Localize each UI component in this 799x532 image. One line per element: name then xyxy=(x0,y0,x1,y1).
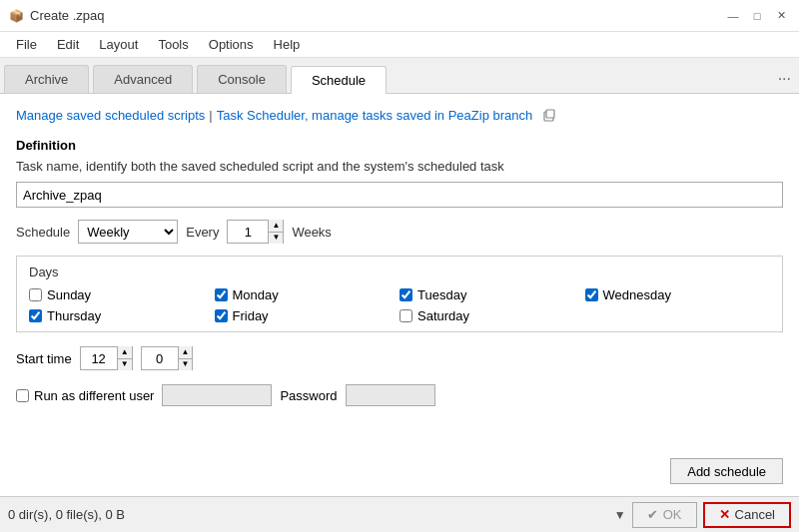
link-separator: | xyxy=(209,108,212,123)
day-thursday[interactable]: Thursday xyxy=(29,308,215,323)
days-title: Days xyxy=(29,265,770,279)
days-group: Days Sunday Monday Tuesday Wednesday Thu… xyxy=(16,256,783,332)
friday-checkbox[interactable] xyxy=(215,309,228,322)
wednesday-checkbox[interactable] xyxy=(585,288,598,301)
minute-increment-button[interactable]: ▲ xyxy=(179,346,193,358)
window-title: Create .zpaq xyxy=(30,8,104,23)
minimize-button[interactable]: — xyxy=(723,6,743,26)
menu-file[interactable]: File xyxy=(8,35,45,54)
maximize-button[interactable]: □ xyxy=(747,6,767,26)
task-scheduler-link[interactable]: Task Scheduler, manage tasks saved in Pe… xyxy=(217,108,533,123)
menu-options[interactable]: Options xyxy=(201,35,262,54)
password-label: Password xyxy=(280,388,337,403)
schedule-row: Schedule Weekly Daily Monthly Once Every… xyxy=(16,220,783,244)
hour-spinbox: ▲ ▼ xyxy=(80,346,133,370)
ok-check-icon: ✔ xyxy=(647,507,658,522)
close-button[interactable]: ✕ xyxy=(771,6,791,26)
run-as-row: Run as different user Password xyxy=(16,384,783,406)
thursday-label: Thursday xyxy=(47,308,101,323)
sunday-checkbox[interactable] xyxy=(29,288,42,301)
definition-title: Definition xyxy=(16,138,783,153)
hour-decrement-button[interactable]: ▼ xyxy=(118,358,132,371)
every-input[interactable] xyxy=(228,221,268,243)
add-schedule-row: Add schedule xyxy=(16,450,783,484)
tab-console[interactable]: Console xyxy=(197,65,287,93)
every-decrement-button[interactable]: ▼ xyxy=(269,232,283,245)
definition-desc: Task name, identify both the saved sched… xyxy=(16,159,783,174)
status-buttons: ▼ ✔ OK ✕ Cancel xyxy=(614,502,791,528)
links-row: Manage saved scheduled scripts | Task Sc… xyxy=(16,106,783,124)
days-grid: Sunday Monday Tuesday Wednesday Thursday… xyxy=(29,287,770,323)
task-name-input[interactable] xyxy=(16,182,783,208)
cancel-label: Cancel xyxy=(735,507,775,522)
run-as-checkbox[interactable] xyxy=(16,389,29,402)
monday-checkbox[interactable] xyxy=(215,288,228,301)
menu-edit[interactable]: Edit xyxy=(49,35,87,54)
schedule-select[interactable]: Weekly Daily Monthly Once xyxy=(78,220,178,244)
start-time-row: Start time ▲ ▼ ▲ ▼ xyxy=(16,346,783,370)
tabs-more-button[interactable]: ··· xyxy=(778,70,791,88)
friday-label: Friday xyxy=(233,308,269,323)
start-time-label: Start time xyxy=(16,351,72,366)
password-input[interactable] xyxy=(346,384,435,406)
status-bar: 0 dir(s), 0 file(s), 0 B ▼ ✔ OK ✕ Cancel xyxy=(0,496,799,532)
unit-label: Weeks xyxy=(292,225,332,240)
copy-icon[interactable] xyxy=(540,106,558,124)
menu-layout[interactable]: Layout xyxy=(91,35,146,54)
hour-increment-button[interactable]: ▲ xyxy=(118,346,132,358)
status-text: 0 dir(s), 0 file(s), 0 B xyxy=(8,507,125,522)
every-label: Every xyxy=(186,225,219,240)
tab-advanced[interactable]: Advanced xyxy=(93,65,193,93)
day-tuesday[interactable]: Tuesday xyxy=(400,287,585,302)
every-spinbox: ▲ ▼ xyxy=(227,220,284,244)
day-wednesday[interactable]: Wednesday xyxy=(585,287,771,302)
status-dropdown-arrow[interactable]: ▼ xyxy=(614,508,626,522)
every-increment-button[interactable]: ▲ xyxy=(269,220,283,232)
schedule-label: Schedule xyxy=(16,225,70,240)
ok-label: OK xyxy=(663,507,682,522)
ok-button[interactable]: ✔ OK xyxy=(632,502,697,528)
day-monday[interactable]: Monday xyxy=(215,287,400,302)
tabs-bar: Archive Advanced Console Schedule ··· xyxy=(0,58,799,94)
run-as-user-input[interactable] xyxy=(162,384,272,406)
minute-decrement-button[interactable]: ▼ xyxy=(179,358,193,371)
manage-scripts-link[interactable]: Manage saved scheduled scripts xyxy=(16,108,205,123)
cancel-button[interactable]: ✕ Cancel xyxy=(703,502,791,528)
cancel-x-icon: ✕ xyxy=(719,507,730,522)
day-saturday[interactable]: Saturday xyxy=(400,308,585,323)
run-as-text: Run as different user xyxy=(34,388,154,403)
saturday-checkbox[interactable] xyxy=(400,309,412,322)
thursday-checkbox[interactable] xyxy=(29,309,42,322)
run-as-label[interactable]: Run as different user xyxy=(16,388,154,403)
tab-schedule[interactable]: Schedule xyxy=(291,66,387,94)
main-content: Manage saved scheduled scripts | Task Sc… xyxy=(0,94,799,496)
menu-bar: File Edit Layout Tools Options Help xyxy=(0,32,799,58)
title-bar-controls: — □ ✕ xyxy=(723,6,791,26)
wednesday-label: Wednesday xyxy=(603,287,671,302)
day-sunday[interactable]: Sunday xyxy=(29,287,215,302)
add-schedule-button[interactable]: Add schedule xyxy=(670,458,783,484)
saturday-label: Saturday xyxy=(417,308,469,323)
svg-rect-1 xyxy=(546,110,554,118)
monday-label: Monday xyxy=(233,287,279,302)
app-icon: 📦 xyxy=(8,8,24,24)
title-bar: 📦 Create .zpaq — □ ✕ xyxy=(0,0,799,32)
hour-input[interactable] xyxy=(81,347,117,369)
menu-tools[interactable]: Tools xyxy=(150,35,196,54)
menu-help[interactable]: Help xyxy=(266,35,309,54)
day-friday[interactable]: Friday xyxy=(215,308,400,323)
minute-spinbox: ▲ ▼ xyxy=(141,346,194,370)
tab-archive[interactable]: Archive xyxy=(4,65,89,93)
title-bar-left: 📦 Create .zpaq xyxy=(8,8,104,24)
minute-input[interactable] xyxy=(142,347,178,369)
sunday-label: Sunday xyxy=(47,287,91,302)
tuesday-label: Tuesday xyxy=(417,287,466,302)
tuesday-checkbox[interactable] xyxy=(400,288,412,301)
